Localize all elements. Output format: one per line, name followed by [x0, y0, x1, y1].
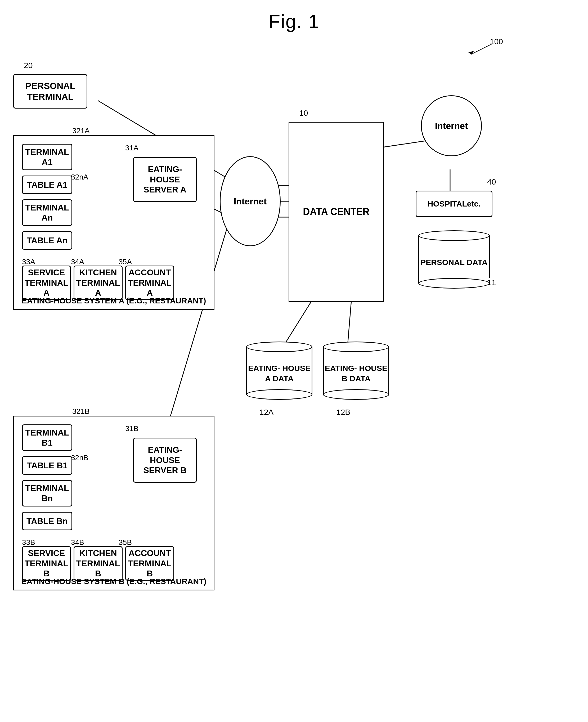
svg-line-19	[471, 44, 492, 54]
system-b-label: EATING-HOUSE SYSTEM B (E.G., RESTAURANT)	[14, 576, 214, 587]
terminal-bn-box: TERMINAL Bn	[22, 480, 72, 507]
ref-321B: 321B	[72, 407, 89, 416]
ref-10: 10	[299, 109, 308, 118]
terminal-a1-box: TERMINAL A1	[22, 144, 72, 170]
service-terminal-b-box: SERVICE TERMINAL B	[22, 546, 71, 581]
ref-40: 40	[487, 177, 496, 186]
table-b1-box: TABLE B1	[22, 456, 72, 475]
personal-data-cylinder: PERSONAL DATA	[418, 230, 490, 289]
table-a1-box: TABLE A1	[22, 175, 72, 194]
ref-34A: 34A	[71, 258, 84, 266]
kitchen-terminal-a-box: KITCHEN TERMINAL A	[74, 266, 123, 300]
eating-house-b-data-cylinder: EATING- HOUSE B DATA	[323, 342, 389, 400]
cylinder-bottom-personal	[418, 278, 490, 289]
terminal-b1-box: TERMINAL B1	[22, 424, 72, 451]
ref-100: 100	[490, 37, 503, 46]
cylinder-body-personal: PERSONAL DATA	[418, 236, 490, 283]
ref-32nB: 32nB	[71, 453, 88, 462]
ref-12A: 12A	[259, 408, 273, 417]
figure-title: Fig. 1	[269, 10, 319, 32]
ref-321A: 321A	[72, 127, 89, 135]
ref-31A: 31A	[125, 144, 139, 152]
internet-oval-left: Internet	[220, 156, 281, 246]
system-b-container: 321B 31B 32nB TERMINAL B1 TABLE B1 TERMI…	[13, 416, 214, 590]
eating-house-a-data-cylinder: EATING- HOUSE A DATA	[246, 342, 312, 400]
cylinder-body-b: EATING- HOUSE B DATA	[323, 347, 389, 395]
terminal-an-box: TERMINAL An	[22, 199, 72, 226]
ref-12B: 12B	[336, 408, 350, 417]
ref-20: 20	[24, 61, 33, 70]
account-terminal-b-box: ACCOUNT TERMINAL B	[125, 546, 174, 581]
eating-house-server-b-box: EATING- HOUSE SERVER B	[133, 438, 197, 483]
cylinder-top-b	[323, 342, 389, 352]
table-bn-box: TABLE Bn	[22, 512, 72, 530]
kitchen-terminal-b-box: KITCHEN TERMINAL B	[74, 546, 123, 581]
cylinder-top-personal	[418, 230, 490, 241]
service-terminal-a-box: SERVICE TERMINAL A	[22, 266, 71, 300]
table-an-box: TABLE An	[22, 231, 72, 250]
account-terminal-a-box: ACCOUNT TERMINAL A	[125, 266, 174, 300]
ref-35A: 35A	[119, 258, 132, 266]
eating-house-server-a-box: EATING- HOUSE SERVER A	[133, 157, 197, 202]
diagram-container: Fig. 1 100 10 20 PERSONAL TERMINAL 30A 3…	[0, 0, 588, 722]
ref-31B: 31B	[125, 424, 139, 433]
cylinder-body-a: EATING- HOUSE A DATA	[246, 347, 312, 395]
ref-33B: 33B	[22, 538, 35, 547]
ref-35B: 35B	[119, 538, 132, 547]
data-center-box: DATA CENTER	[289, 122, 384, 302]
personal-terminal-box: PERSONAL TERMINAL	[13, 74, 87, 109]
cylinder-bottom-b	[323, 389, 389, 400]
cylinder-top-a	[246, 342, 312, 352]
internet-oval-right: Internet	[421, 95, 482, 156]
ref-34B: 34B	[71, 538, 84, 547]
svg-line-5	[376, 140, 429, 148]
ref-33A: 33A	[22, 258, 35, 266]
ref-32nA: 32nA	[71, 173, 88, 182]
system-a-label: EATING-HOUSE SYSTEM A (E.G., RESTAURANT)	[14, 295, 214, 306]
cylinder-bottom-a	[246, 389, 312, 400]
system-a-container: 321A 31A 32nA TERMINAL A1 TABLE A1 TERMI…	[13, 135, 214, 310]
hospital-etc-box: HOSPITALetc.	[416, 191, 492, 217]
svg-marker-20	[468, 51, 474, 54]
